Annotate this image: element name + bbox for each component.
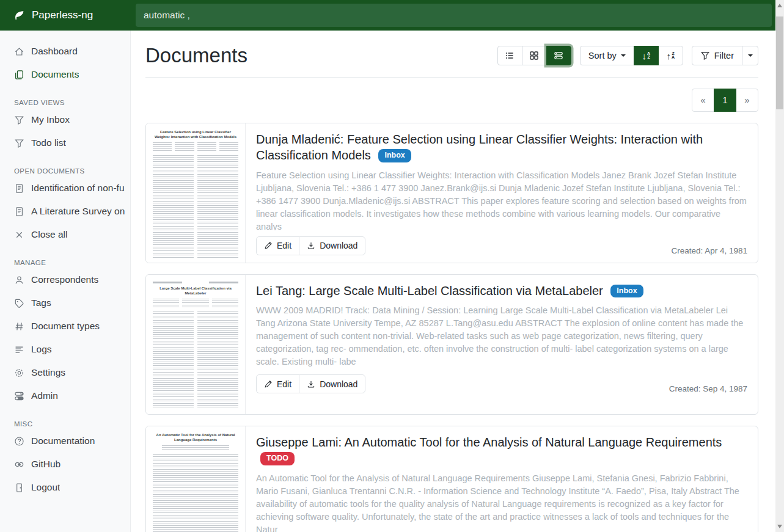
sidebar-item-todo-list[interactable]: Todo list bbox=[0, 131, 130, 155]
sidebar-item-logs[interactable]: Logs bbox=[0, 338, 130, 361]
thumbnail-paper-preview: An Automatic Tool for the Analysis of Na… bbox=[147, 428, 244, 532]
filter-group: Filter bbox=[692, 46, 758, 65]
sidebar-section-title-open-documents: OPEN DOCUMENTS bbox=[0, 167, 130, 175]
funnel-icon bbox=[14, 115, 24, 125]
sidebar-item-label: Logs bbox=[31, 344, 52, 355]
document-thumbnail[interactable]: An Automatic Tool for the Analysis of Na… bbox=[146, 426, 246, 532]
sidebar-item-tags[interactable]: Tags bbox=[0, 291, 130, 315]
created-date: Created: Sep 4, 1987 bbox=[669, 384, 747, 393]
brand-link[interactable]: Paperless-ng bbox=[0, 9, 136, 21]
sort-alpha-down-icon: ↓AZ bbox=[642, 51, 650, 60]
brand-label: Paperless-ng bbox=[32, 9, 93, 21]
grid-view-icon bbox=[529, 51, 539, 60]
document-title-link[interactable]: Lei Tang: Large Scale Multi-Label Classi… bbox=[256, 283, 747, 299]
sidebar-item-my-inbox[interactable]: My Inbox bbox=[0, 108, 130, 131]
file-text-icon bbox=[14, 206, 24, 217]
sort-group: Sort by ↓AZ ↑ZA bbox=[580, 46, 683, 65]
sort-by-label: Sort by bbox=[588, 51, 617, 60]
document-card-footer: Edit Download Created: Apr 4, 1981 bbox=[256, 236, 747, 255]
pagination-page-1-button[interactable]: 1 bbox=[714, 89, 736, 112]
sort-descending-button[interactable]: ↓AZ bbox=[634, 46, 659, 65]
thumbnail-paper-title: Large Scale Multi-Label Classification v… bbox=[153, 286, 238, 296]
funnel-icon bbox=[14, 138, 24, 148]
search-input[interactable] bbox=[136, 4, 772, 27]
sidebar-item-label: Todo list bbox=[31, 137, 66, 148]
sidebar-item-label: Correspondents bbox=[31, 274, 98, 285]
list-icon bbox=[14, 344, 24, 355]
sidebar-item-document-types[interactable]: Document types bbox=[0, 315, 130, 338]
sidebar-item-label: Settings bbox=[31, 367, 65, 378]
sidebar-item-label: A Literature Survey on ... bbox=[31, 206, 125, 217]
sort-by-dropdown[interactable]: Sort by bbox=[580, 46, 634, 65]
download-icon bbox=[307, 380, 315, 388]
list-view-icon bbox=[505, 51, 515, 60]
details-view-button[interactable] bbox=[546, 46, 571, 65]
sidebar-section-title-misc: MISC bbox=[0, 420, 130, 428]
thumbnail-author-line bbox=[162, 445, 229, 451]
tag-icon bbox=[14, 298, 24, 308]
sidebar-item-documentation[interactable]: Documentation bbox=[0, 429, 130, 453]
filter-dropdown-button[interactable] bbox=[742, 46, 758, 65]
top-navbar: Paperless-ng bbox=[0, 0, 775, 31]
scrollbar-down-arrow[interactable] bbox=[777, 525, 782, 528]
thumbnail-author-blocks bbox=[153, 299, 238, 308]
toggles-icon bbox=[14, 391, 24, 401]
sidebar-item-close-all[interactable]: Close all bbox=[0, 223, 130, 246]
sidebar-item-label: Dashboard bbox=[31, 46, 78, 57]
sidebar-item-correspondents[interactable]: Correspondents bbox=[0, 268, 130, 291]
sidebar-sections: SAVED VIEWS My Inbox Todo list OPEN DOCU… bbox=[0, 99, 130, 499]
created-date: Created: Apr 4, 1981 bbox=[671, 246, 747, 255]
scrollbar-thumb[interactable] bbox=[776, 16, 783, 109]
hash-icon bbox=[14, 321, 24, 332]
sidebar-item-label: Tags bbox=[31, 297, 51, 308]
list-view-button[interactable] bbox=[497, 46, 522, 65]
sidebar-item-logout[interactable]: Logout bbox=[0, 476, 130, 499]
document-card: Feature Selection using Linear Classifie… bbox=[145, 123, 758, 263]
pagination-prev-button[interactable]: « bbox=[692, 89, 714, 112]
caret-down-icon bbox=[748, 54, 753, 57]
window-scrollbar bbox=[775, 0, 784, 532]
sidebar-item-label: Identification of non-fu... bbox=[31, 183, 125, 194]
door-icon bbox=[14, 483, 24, 493]
thumbnail-paper-title: Feature Selection using Linear Classifie… bbox=[153, 130, 238, 140]
sidebar-item-admin[interactable]: Admin bbox=[0, 384, 130, 407]
tag-badge[interactable]: TODO bbox=[260, 452, 295, 465]
filter-button[interactable]: Filter bbox=[692, 46, 742, 65]
sort-ascending-button[interactable]: ↑ZA bbox=[658, 46, 683, 65]
edit-button[interactable]: Edit bbox=[256, 374, 299, 393]
document-card: An Automatic Tool for the Analysis of Na… bbox=[145, 426, 758, 532]
document-thumbnail[interactable]: Feature Selection using Linear Classifie… bbox=[146, 123, 246, 263]
tag-badge[interactable]: Inbox bbox=[378, 149, 411, 162]
page-header: Documents Sort by ↓AZ bbox=[145, 43, 758, 69]
sidebar-item-github[interactable]: GitHub bbox=[0, 453, 130, 476]
tag-badge[interactable]: Inbox bbox=[610, 285, 643, 298]
question-icon bbox=[14, 436, 24, 446]
sidebar-item-dashboard[interactable]: Dashboard bbox=[0, 40, 130, 63]
gear-icon bbox=[14, 368, 24, 378]
download-icon bbox=[307, 241, 315, 250]
thumbnail-header-line bbox=[153, 282, 238, 283]
grid-view-button[interactable] bbox=[522, 46, 547, 65]
view-toggle-group bbox=[497, 46, 571, 65]
sidebar-item-identification-of-non-fu[interactable]: Identification of non-fu... bbox=[0, 177, 130, 200]
sidebar-item-a-literature-survey-on[interactable]: A Literature Survey on ... bbox=[0, 200, 130, 223]
download-button[interactable]: Download bbox=[299, 374, 365, 393]
download-button[interactable]: Download bbox=[299, 236, 365, 255]
sidebar-item-label: Admin bbox=[31, 390, 58, 401]
thumbnail-text-lines bbox=[153, 454, 238, 532]
document-title-link[interactable]: Giuseppe Lami: An Automatic Tool for the… bbox=[256, 434, 747, 467]
sidebar-item-settings[interactable]: Settings bbox=[0, 361, 130, 384]
document-card-body: Dunja Mladenić: Feature Selection using … bbox=[246, 123, 758, 263]
pagination-next-button[interactable]: » bbox=[736, 89, 758, 112]
sidebar-item-documents[interactable]: Documents bbox=[0, 63, 130, 86]
thumbnail-text-columns bbox=[153, 312, 238, 409]
edit-button[interactable]: Edit bbox=[256, 236, 299, 255]
page-title: Documents bbox=[145, 43, 247, 69]
sidebar-section-title-manage: MANAGE bbox=[0, 259, 130, 266]
filter-label: Filter bbox=[714, 51, 734, 60]
scrollbar-up-arrow[interactable] bbox=[777, 4, 782, 7]
caret-down-icon bbox=[621, 54, 626, 57]
pencil-icon bbox=[264, 241, 273, 250]
document-thumbnail[interactable]: Large Scale Multi-Label Classification v… bbox=[146, 275, 246, 414]
document-title-link[interactable]: Dunja Mladenić: Feature Selection using … bbox=[256, 131, 747, 164]
